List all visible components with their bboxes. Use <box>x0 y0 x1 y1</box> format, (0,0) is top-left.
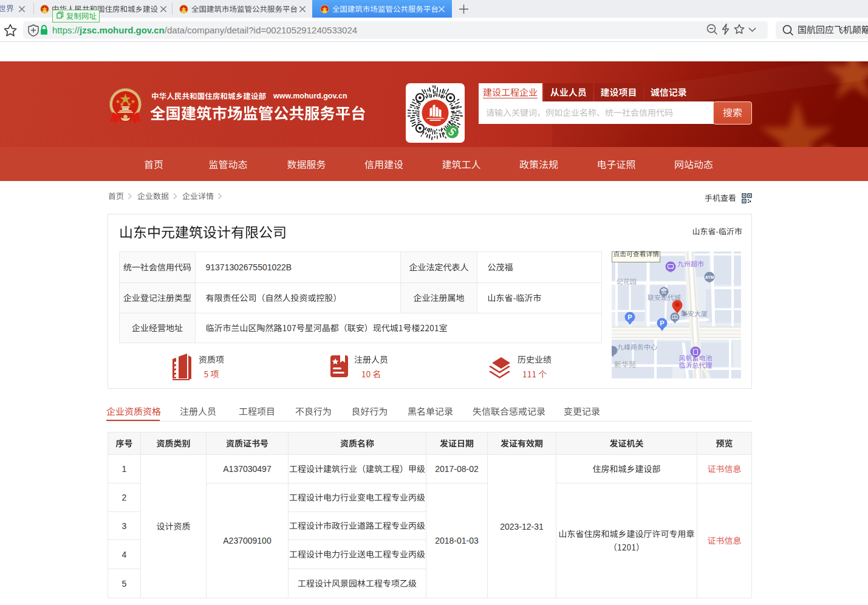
svg-text:P: P <box>627 313 632 321</box>
svg-text:P: P <box>660 320 664 327</box>
svg-text:ATM: ATM <box>705 275 714 279</box>
